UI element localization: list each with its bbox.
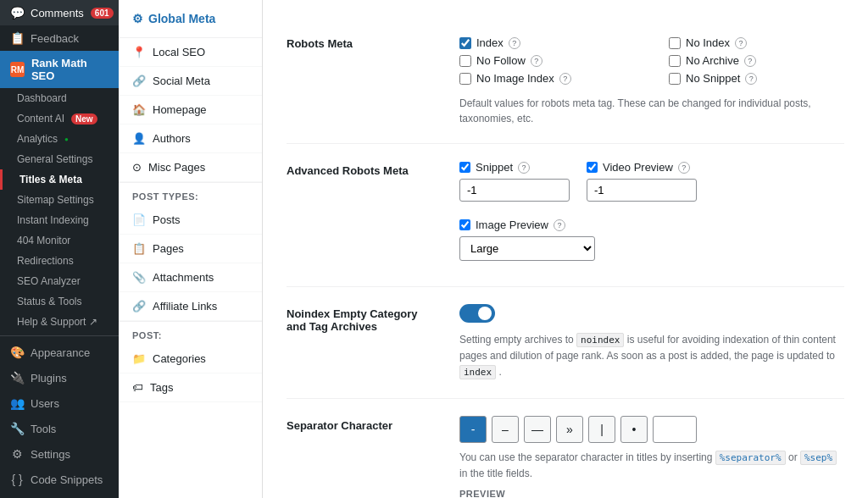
sidebar-item-settings[interactable]: ⚙ Settings — [0, 441, 119, 467]
checkbox-no-index: No Index ? — [669, 34, 844, 52]
sidebar-item-status-tools[interactable]: Status & Tools — [0, 291, 119, 312]
no-snippet-help-icon[interactable]: ? — [745, 73, 757, 85]
location-icon: 📍 — [132, 46, 146, 58]
robots-meta-content: Index ? No Follow ? No Image Index ? — [459, 34, 844, 126]
main-content: Robots Meta Index ? No Follow ? — [263, 0, 868, 498]
misc-pages-label: Misc Pages — [148, 161, 205, 174]
analytics-label: Analytics — [17, 133, 58, 145]
separator-btn-0[interactable]: - — [459, 416, 487, 443]
image-preview-item: Image Preview ? Large None Standard — [459, 219, 595, 261]
separator-btn-1[interactable]: – — [492, 416, 519, 443]
sidebar-item-sitemap[interactable]: Sitemap Settings — [0, 190, 119, 210]
gear-icon: ⚙ — [132, 12, 143, 25]
snippet-header: Snippet ? — [459, 161, 570, 174]
second-sidebar-item-local-seo[interactable]: 📍 Local SEO — [119, 38, 262, 67]
settings-icon: ⚙ — [10, 447, 24, 461]
separator-custom-input[interactable] — [653, 416, 697, 443]
sidebar-item-analytics[interactable]: Analytics ● — [0, 129, 119, 149]
separator-btn-4[interactable]: | — [588, 416, 615, 443]
snippet-help-icon[interactable]: ? — [518, 162, 530, 174]
video-preview-checkbox[interactable] — [587, 162, 598, 173]
noindex-desc-1: Setting empty archives to — [459, 334, 574, 346]
sidebar-item-label: Feedback — [31, 32, 79, 45]
pages-icon: 📋 — [132, 242, 146, 255]
index-help-icon[interactable]: ? — [509, 37, 520, 49]
image-preview-checkbox[interactable] — [459, 219, 470, 230]
robots-left-col: Index ? No Follow ? No Image Index ? — [459, 34, 635, 87]
sidebar-item-comments[interactable]: 💬 Comments 601 — [0, 0, 119, 25]
tools-label: Tools — [31, 423, 56, 435]
sidebar-item-content-ai[interactable]: Content AI New — [0, 108, 119, 129]
sidebar-item-redirections[interactable]: Redirections — [0, 251, 119, 271]
image-preview-select[interactable]: Large None Standard — [459, 236, 595, 261]
comments-badge: 601 — [91, 8, 114, 19]
sidebar-item-404-monitor[interactable]: 404 Monitor — [0, 230, 119, 251]
separator-btn-2[interactable]: — — [524, 416, 551, 443]
sidebar-item-tools[interactable]: 🔧 Tools — [0, 416, 119, 441]
users-label: Users — [31, 397, 59, 410]
social-meta-label: Social Meta — [153, 75, 210, 87]
sidebar-item-plugins[interactable]: 🔌 Plugins — [0, 365, 119, 390]
status-tools-label: Status & Tools — [17, 296, 82, 307]
no-snippet-checkbox[interactable] — [669, 73, 681, 85]
no-image-index-checkbox[interactable] — [459, 73, 471, 85]
noindex-toggle[interactable] — [459, 304, 495, 323]
rank-math-submenu: Dashboard Content AI New Analytics ● Gen… — [0, 88, 119, 332]
plugins-label: Plugins — [31, 372, 67, 385]
video-preview-help-icon[interactable]: ? — [678, 162, 690, 174]
sidebar-item-code-snippets[interactable]: { } Code Snippets — [0, 467, 119, 492]
checkbox-no-image-index: No Image Index ? — [459, 69, 635, 87]
index-checkbox[interactable] — [459, 37, 471, 49]
no-follow-checkbox[interactable] — [459, 55, 471, 67]
second-sidebar-item-authors[interactable]: 👤 Authors — [119, 125, 262, 153]
second-sidebar-item-pages[interactable]: 📋 Pages — [119, 235, 262, 263]
second-sidebar-item-categories[interactable]: 📁 Categories — [119, 345, 262, 374]
no-image-index-help-icon[interactable]: ? — [559, 73, 571, 85]
second-sidebar-item-attachments[interactable]: 📎 Attachments — [119, 263, 262, 292]
general-settings-label: General Settings — [17, 153, 92, 165]
no-follow-help-icon[interactable]: ? — [531, 55, 542, 67]
snippet-checkbox[interactable] — [459, 162, 470, 173]
sidebar-item-appearance[interactable]: 🎨 Appearance — [0, 340, 119, 365]
video-preview-input[interactable] — [587, 179, 697, 202]
separator-description: You can use the separator character in t… — [459, 450, 844, 482]
separator-chars: - – — » | • — [459, 416, 844, 443]
no-archive-checkbox[interactable] — [669, 55, 681, 67]
sidebar-item-titles-meta[interactable]: Titles & Meta — [0, 169, 119, 190]
separator-btn-3[interactable]: » — [556, 416, 583, 443]
tags-icon: 🏷 — [132, 381, 143, 394]
robots-right-col: No Index ? No Archive ? No Snippet ? — [669, 34, 844, 87]
sidebar-item-users[interactable]: 👥 Users — [0, 390, 119, 416]
authors-icon: 👤 — [132, 132, 146, 145]
snippet-input[interactable] — [459, 179, 570, 202]
robots-meta-label: Robots Meta — [287, 34, 439, 50]
sitemap-label: Sitemap Settings — [17, 194, 94, 206]
sidebar-item-dashboard[interactable]: Dashboard — [0, 88, 119, 108]
no-index-help-icon[interactable]: ? — [735, 37, 747, 49]
sidebar-item-help-support[interactable]: Help & Support ↗ — [0, 312, 119, 332]
misc-icon: ⊙ — [132, 161, 142, 174]
second-sidebar-item-homepage[interactable]: 🏠 Homepage — [119, 96, 262, 125]
sidebar-item-instant-indexing[interactable]: Instant Indexing — [0, 210, 119, 230]
image-preview-help-icon[interactable]: ? — [554, 219, 565, 231]
main-inner: Robots Meta Index ? No Follow ? — [263, 0, 868, 498]
sidebar-item-rank-math[interactable]: RM Rank Math SEO — [0, 51, 119, 88]
second-sidebar-item-misc-pages[interactable]: ⊙ Misc Pages — [119, 153, 262, 182]
sidebar-item-seo-analyzer[interactable]: SEO Analyzer — [0, 271, 119, 291]
second-sidebar-item-posts[interactable]: 📄 Posts — [119, 206, 262, 235]
checkbox-no-archive: No Archive ? — [669, 52, 844, 69]
second-sidebar-item-social-meta[interactable]: 🔗 Social Meta — [119, 67, 262, 96]
second-sidebar-item-tags[interactable]: 🏷 Tags — [119, 374, 262, 402]
sidebar-item-label: Rank Math SEO — [31, 57, 108, 82]
code-snippets-icon: { } — [10, 473, 24, 486]
homepage-label: Homepage — [153, 103, 207, 116]
no-index-checkbox[interactable] — [669, 37, 681, 49]
index-label: Index — [476, 36, 504, 49]
sidebar-item-feedback[interactable]: 📋 Feedback — [0, 25, 119, 51]
no-archive-help-icon[interactable]: ? — [744, 55, 756, 67]
users-icon: 👥 — [10, 396, 24, 410]
separator-btn-5[interactable]: • — [620, 416, 648, 443]
checkbox-no-follow: No Follow ? — [459, 52, 635, 69]
sidebar-item-general-settings[interactable]: General Settings — [0, 149, 119, 169]
second-sidebar-item-affiliate-links[interactable]: 🔗 Affiliate Links — [119, 292, 262, 321]
